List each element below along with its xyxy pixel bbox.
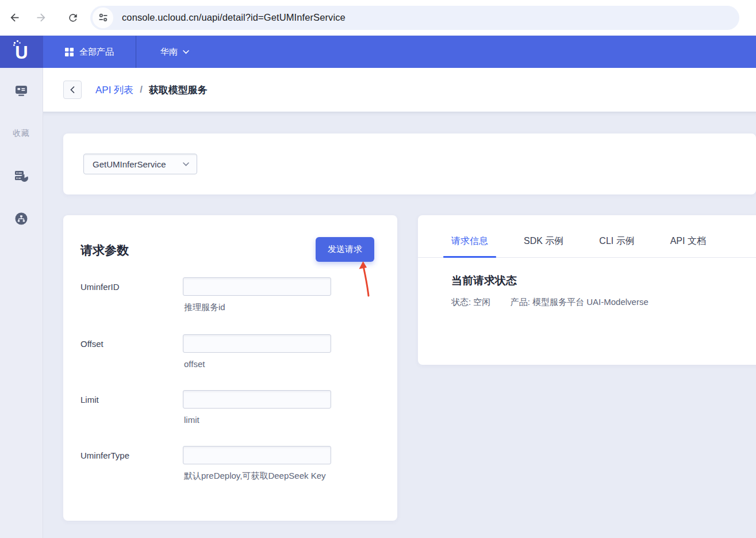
sidebar-item-structure[interactable] (14, 211, 29, 226)
request-params-card: 请求参数 发送请求 UminferID 推理服务id (63, 215, 397, 521)
org-circle-icon (14, 211, 29, 226)
uminferid-input[interactable] (183, 277, 331, 296)
page-back-button[interactable] (63, 81, 82, 99)
browser-reload-button[interactable] (63, 8, 83, 28)
all-products-button[interactable]: 全部产品 (43, 36, 136, 68)
tab-request-info[interactable]: 请求信息 (443, 235, 496, 257)
top-nav: U 全部产品 华南 (0, 36, 756, 68)
info-tabs: 请求信息 SDK 示例 CLI 示例 API 文档 (418, 235, 756, 258)
tab-sdk-example[interactable]: SDK 示例 (516, 235, 571, 257)
logo-pixels (14, 42, 16, 44)
region-selector[interactable]: 华南 (136, 36, 213, 68)
request-params-title: 请求参数 (80, 242, 129, 258)
api-select-value: GetUMInferService (93, 159, 166, 169)
field-label: UminferID (80, 277, 183, 292)
uminfertype-input[interactable] (183, 446, 331, 464)
request-form: UminferID 推理服务id Offset offset (80, 277, 374, 503)
refresh-icon (67, 12, 79, 24)
product-value: 模型服务平台 UAI-Modelverse (532, 297, 648, 307)
offset-input[interactable] (183, 334, 331, 353)
sidebar-item-favorites[interactable]: 收藏 (13, 126, 30, 141)
request-info-card: 请求信息 SDK 示例 CLI 示例 API 文档 当前请求状态 状态: 空闲 … (418, 215, 756, 365)
browser-chrome: console.ucloud.cn/uapi/detail?id=GetUMIn… (0, 0, 756, 36)
sidebar-item-resources[interactable] (14, 169, 29, 184)
server-pie-icon (14, 169, 29, 184)
url-bar[interactable]: console.ucloud.cn/uapi/detail?id=GetUMIn… (90, 6, 739, 30)
current-request-status-title: 当前请求状态 (451, 273, 756, 288)
tab-cli-example[interactable]: CLI 示例 (591, 235, 642, 257)
all-products-label: 全部产品 (79, 47, 114, 58)
field-label: UminferType (80, 446, 183, 460)
chevron-left-icon (70, 86, 75, 93)
browser-forward-button[interactable] (31, 8, 51, 28)
sidebar-item-console[interactable] (14, 83, 29, 98)
status-value: 空闲 (473, 297, 490, 307)
chevron-down-icon (183, 162, 189, 166)
breadcrumb-separator: / (140, 84, 143, 96)
breadcrumb: API 列表 / 获取模型服务 (95, 83, 208, 97)
field-row-limit: Limit limit (80, 390, 374, 446)
field-help: offset (183, 359, 331, 369)
console-display-icon (14, 83, 29, 98)
arrow-right-icon (35, 12, 47, 24)
ucloud-logo[interactable]: U (0, 36, 43, 68)
sidebar: 收藏 (0, 68, 43, 538)
field-help: 推理服务id (183, 302, 331, 313)
field-label: Offset (80, 334, 183, 349)
cards-row: 请求参数 发送请求 UminferID 推理服务id (63, 215, 756, 521)
page-header: API 列表 / 获取模型服务 (43, 68, 756, 112)
field-row-uminfertype: UminferType 默认preDeploy,可获取DeepSeek Key (80, 446, 374, 503)
tune-toggles-icon (98, 13, 108, 22)
content-area: GetUMInferService 请求参数 发送请求 (43, 112, 756, 538)
send-request-button[interactable]: 发送请求 (316, 237, 374, 262)
field-label: Limit (80, 390, 183, 405)
api-select-dropdown[interactable]: GetUMInferService (83, 154, 197, 174)
limit-input[interactable] (183, 390, 331, 409)
arrow-left-icon (9, 12, 21, 24)
field-help: 默认preDeploy,可获取DeepSeek Key (183, 471, 331, 482)
field-help: limit (183, 415, 331, 425)
status-label: 状态: (451, 297, 471, 307)
status-line: 状态: 空闲 产品: 模型服务平台 UAI-Modelverse (451, 297, 756, 308)
api-selector-card: GetUMInferService (63, 133, 756, 194)
grid-icon (65, 48, 74, 56)
favorites-label: 收藏 (13, 128, 30, 139)
field-row-offset: Offset offset (80, 334, 374, 390)
field-row-uminferid: UminferID 推理服务id (80, 277, 374, 334)
logo-letter: U (15, 44, 28, 62)
tab-api-doc[interactable]: API 文档 (662, 235, 714, 257)
url-text: console.ucloud.cn/uapi/detail?id=GetUMIn… (122, 12, 346, 23)
product-label: 产品: (511, 297, 530, 307)
chevron-down-icon (183, 50, 189, 54)
browser-back-button[interactable] (5, 8, 24, 28)
breadcrumb-api-list-link[interactable]: API 列表 (95, 83, 133, 97)
region-label: 华南 (160, 47, 178, 58)
page-title: 获取模型服务 (149, 83, 208, 97)
main-area: API 列表 / 获取模型服务 GetUMInferService 请求参数 发… (43, 68, 756, 538)
top-nav-bar: 全部产品 华南 (43, 36, 756, 68)
site-settings-button[interactable] (93, 7, 113, 28)
page-body: 收藏 (0, 68, 756, 538)
